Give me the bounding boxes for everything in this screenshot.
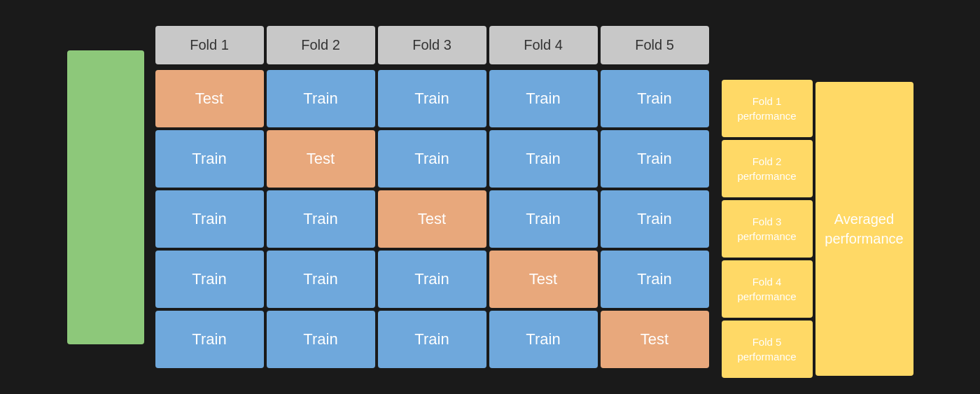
cell-r1-c1: Test (155, 70, 264, 127)
cell-r3-c2: Train (267, 190, 375, 248)
full-set-label (67, 50, 144, 344)
cell-r4-c5: Train (601, 251, 709, 308)
cell-r5-c3: Train (378, 311, 486, 368)
fold-header-5: Fold 5 (601, 26, 709, 64)
cross-validation-diagram: Fold 1Fold 2Fold 3Fold 4Fold 5 TestTrain… (53, 10, 927, 385)
data-row-3: TrainTrainTestTrainTrain (155, 190, 709, 248)
cell-r5-c4: Train (489, 311, 598, 368)
fold-header-3: Fold 3 (378, 26, 486, 64)
fold-header-2: Fold 2 (267, 26, 375, 64)
cell-r2-c1: Train (155, 130, 264, 188)
perf-cell-1: Fold 1 performance (722, 80, 813, 137)
perf-cell-3: Fold 3 performance (722, 200, 813, 258)
perf-cell-2: Fold 2 performance (722, 140, 813, 197)
cell-r4-c3: Train (378, 251, 486, 308)
perf-cell-4: Fold 4 performance (722, 260, 813, 318)
cell-r3-c3: Test (378, 190, 486, 248)
cell-r2-c2: Test (267, 130, 375, 188)
cell-r5-c2: Train (267, 311, 375, 368)
data-row-4: TrainTrainTrainTestTrain (155, 251, 709, 308)
fold-header-4: Fold 4 (489, 26, 598, 64)
cell-r4-c2: Train (267, 251, 375, 308)
grid-area: Fold 1Fold 2Fold 3Fold 4Fold 5 TestTrain… (153, 26, 709, 368)
cell-r5-c1: Train (155, 311, 264, 368)
data-rows: TestTrainTrainTrainTrainTrainTestTrainTr… (153, 70, 709, 368)
cell-r1-c5: Train (601, 70, 709, 127)
performance-area: Fold 1 performanceFold 2 performanceFold… (722, 80, 913, 378)
cell-r1-c3: Train (378, 70, 486, 127)
cell-r3-c4: Train (489, 190, 598, 248)
cell-r3-c5: Train (601, 190, 709, 248)
cell-r1-c4: Train (489, 70, 598, 127)
cell-r4-c4: Test (489, 251, 598, 308)
data-row-5: TrainTrainTrainTrainTest (155, 311, 709, 368)
cell-r2-c5: Train (601, 130, 709, 188)
cell-r1-c2: Train (267, 70, 375, 127)
fold-header-1: Fold 1 (155, 26, 264, 64)
averaged-performance: Averaged performance (816, 82, 913, 376)
cell-r2-c3: Train (378, 130, 486, 188)
perf-cell-5: Fold 5 performance (722, 321, 813, 378)
data-row-2: TrainTestTrainTrainTrain (155, 130, 709, 188)
data-row-1: TestTrainTrainTrainTrain (155, 70, 709, 127)
cell-r5-c5: Test (601, 311, 709, 368)
cell-r4-c1: Train (155, 251, 264, 308)
header-row: Fold 1Fold 2Fold 3Fold 4Fold 5 (153, 26, 709, 64)
cell-r3-c1: Train (155, 190, 264, 248)
performance-column: Fold 1 performanceFold 2 performanceFold… (722, 80, 813, 378)
cell-r2-c4: Train (489, 130, 598, 188)
